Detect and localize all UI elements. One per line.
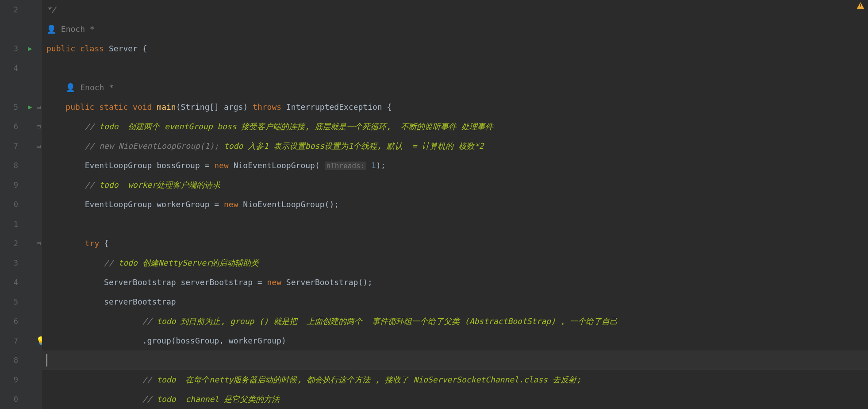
line-number[interactable]: 0 xyxy=(0,390,18,409)
code-text: */ xyxy=(46,5,56,14)
code-text: NioEventLoopGroup( xyxy=(229,161,325,170)
current-line-highlight xyxy=(42,351,868,370)
code-text: { xyxy=(99,239,109,248)
keyword: new xyxy=(224,200,238,209)
keyword: new xyxy=(214,161,229,170)
todo-text: channel 是它父类的方法 xyxy=(176,394,280,404)
todo-text: worker处理客户端的请求 xyxy=(119,180,221,189)
keyword: throws xyxy=(253,102,281,112)
todo-label: todo xyxy=(99,122,118,131)
keyword: public xyxy=(46,44,75,53)
code-text: NioEventLoopGroup(); xyxy=(238,200,339,209)
author-icon: 👤 xyxy=(46,24,61,34)
line-number[interactable]: 3 xyxy=(0,253,18,273)
keyword: new xyxy=(267,278,282,287)
code-text: // xyxy=(142,316,152,326)
line-number[interactable]: 6 xyxy=(0,312,18,331)
code-editor-area[interactable]: */ 👤 Enoch * public class Server { 👤 Eno… xyxy=(42,0,868,409)
code-text: // xyxy=(142,394,152,404)
code-editor: 2 3 4 5 6 7 8 9 0 1 2 3 4 5 6 7 8 9 0 ▶ … xyxy=(0,0,868,409)
fold-icon[interactable]: ⊟ xyxy=(36,117,41,136)
fold-icon[interactable]: ⊟ xyxy=(36,234,41,253)
code-text: // xyxy=(85,122,95,131)
line-number[interactable]: 1 xyxy=(0,214,18,234)
keyword: public xyxy=(65,102,94,112)
gutter-markers: ▶ ▶⊟ ⊟ ⊟ ⊟ 💡 xyxy=(24,0,42,409)
code-text: ServerBootstrap(); xyxy=(281,278,373,287)
todo-text: 创建两个 eventGroup boss 接受客户端的连接, 底层就是一个死循环… xyxy=(119,122,493,131)
author-icon: 👤 xyxy=(65,83,80,92)
keyword: void xyxy=(133,102,152,112)
class-name: Server { xyxy=(109,44,147,53)
line-number[interactable]: 8 xyxy=(0,156,18,175)
keyword: static xyxy=(99,102,128,112)
line-number[interactable]: 9 xyxy=(0,370,18,390)
number-literal: 1 xyxy=(366,161,376,170)
todo-text: todo 入参1 表示设置boss设置为1个线程, 默认 = 计算机的 核数*2 xyxy=(224,141,484,150)
author-annotation: Enoch * xyxy=(80,83,114,92)
todo-label: todo xyxy=(157,375,176,384)
line-number[interactable]: 9 xyxy=(0,175,18,195)
param-hint: nThreads: xyxy=(325,162,367,170)
line-number xyxy=(0,78,18,97)
code-text: // xyxy=(85,141,95,150)
code-text: ); xyxy=(376,161,386,170)
code-text: .group(bossGroup, workerGroup) xyxy=(142,336,286,345)
code-text: ServerBootstrap serverBootstrap = xyxy=(104,278,267,287)
line-number[interactable]: 4 xyxy=(0,273,18,292)
line-number-gutter: 2 3 4 5 6 7 8 9 0 1 2 3 4 5 6 7 8 9 0 xyxy=(0,0,24,409)
keyword: class xyxy=(80,44,104,53)
todo-text: todo 创建NettyServer的启动辅助类 xyxy=(119,258,259,267)
code-text: // xyxy=(142,375,152,384)
code-text: // xyxy=(85,180,95,189)
line-number[interactable]: 6 xyxy=(0,117,18,136)
code-text: new NioEventLoopGroup(1); xyxy=(99,141,219,150)
line-number[interactable]: 0 xyxy=(0,195,18,214)
code-text: serverBootstrap xyxy=(104,297,176,306)
code-text: EventLoopGroup bossGroup = xyxy=(85,161,215,170)
todo-text: todo 到目前为止, group () 就是把 上面创建的两个 事件循环组一个… xyxy=(157,316,618,326)
fold-icon[interactable]: ⊟ xyxy=(36,97,41,117)
run-icon[interactable]: ▶ xyxy=(28,97,32,117)
text-cursor xyxy=(46,354,47,367)
line-number[interactable]: 2 xyxy=(0,234,18,253)
method-name: main xyxy=(157,102,176,112)
line-number[interactable]: 3 xyxy=(0,39,18,58)
line-number[interactable]: 7 xyxy=(0,136,18,156)
line-number xyxy=(0,19,18,39)
code-text: (String[] args) xyxy=(176,102,248,112)
line-number[interactable]: 8 xyxy=(0,351,18,370)
code-text: InterruptedException { xyxy=(286,102,392,112)
code-text: // xyxy=(104,258,114,267)
line-number[interactable]: 2 xyxy=(0,0,18,19)
line-number[interactable]: 7 xyxy=(0,331,18,351)
line-number[interactable]: 5 xyxy=(0,97,18,117)
todo-label: todo xyxy=(99,180,118,189)
fold-icon[interactable]: ⊟ xyxy=(36,136,41,156)
run-icon[interactable]: ▶ xyxy=(28,39,32,58)
todo-label: todo xyxy=(157,394,176,404)
author-annotation: Enoch * xyxy=(61,24,95,34)
keyword: try xyxy=(85,239,100,248)
line-number[interactable]: 4 xyxy=(0,58,18,78)
todo-text: 在每个netty服务器启动的时候, 都会执行这个方法 , 接收了 NioServ… xyxy=(176,375,581,384)
code-text: EventLoopGroup workerGroup = xyxy=(85,200,224,209)
line-number[interactable]: 5 xyxy=(0,292,18,312)
